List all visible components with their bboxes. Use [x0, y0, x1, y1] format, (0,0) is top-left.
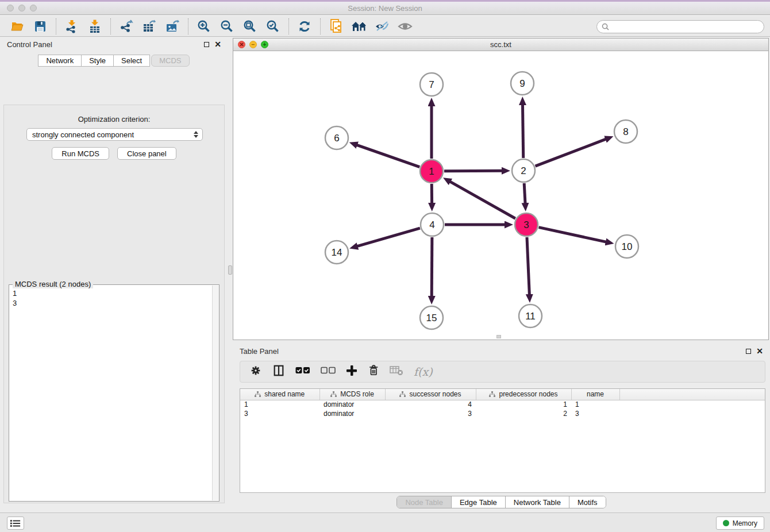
- graph-node-label: 9: [519, 78, 525, 89]
- zoom-fit-icon[interactable]: [241, 18, 259, 35]
- close-table-panel-icon[interactable]: ✕: [756, 348, 763, 354]
- float-panel-icon[interactable]: [204, 42, 209, 47]
- graph-node-label: 1: [429, 166, 434, 177]
- graph-edge-4-15[interactable]: [432, 237, 432, 296]
- graph-edge-3-1[interactable]: [450, 182, 515, 218]
- graph-edge-2-3[interactable]: [524, 183, 525, 203]
- export-image-icon[interactable]: [163, 18, 182, 35]
- column-header-mcds-role[interactable]: MCDS role: [319, 389, 385, 400]
- result-scrollbar[interactable]: [212, 286, 219, 500]
- float-table-panel-icon[interactable]: [746, 349, 751, 354]
- column-header-predecessor-nodes[interactable]: predecessor nodes: [476, 389, 571, 400]
- minimize-network-icon[interactable]: −: [249, 41, 257, 48]
- toolbar-separator: [110, 18, 111, 34]
- table-panel: Table Panel ✕: [233, 345, 770, 510]
- close-network-icon[interactable]: ✕: [238, 41, 245, 48]
- table-tabs: Node Table Edge Table Network Table Moti…: [233, 496, 770, 508]
- window-titlebar: Session: New Session: [0, 0, 770, 15]
- mcds-result-box: MCDS result (2 nodes) 1 3: [9, 284, 220, 502]
- column-type-icon: [399, 391, 406, 398]
- network-resize-grip[interactable]: [496, 335, 501, 338]
- show-columns-icon[interactable]: [272, 364, 285, 379]
- column-header-shared-name[interactable]: shared name: [240, 389, 319, 400]
- graph-node-label: 8: [623, 126, 628, 137]
- column-header-filler: [619, 389, 765, 400]
- list-icon: [10, 519, 21, 527]
- network-graph[interactable]: 1234678910111415: [233, 51, 768, 340]
- network-window-title: scc.txt: [490, 40, 511, 49]
- tab-mcds[interactable]: MCDS: [151, 55, 189, 67]
- tab-motifs[interactable]: Motifs: [569, 496, 606, 508]
- column-type-icon: [255, 391, 261, 398]
- maximize-network-icon[interactable]: +: [261, 41, 268, 48]
- tab-network[interactable]: Network: [38, 55, 82, 67]
- memory-button[interactable]: Memory: [716, 516, 764, 530]
- search-box[interactable]: [596, 20, 764, 33]
- graph-edge-4-14[interactable]: [357, 228, 420, 246]
- status-bar: Memory: [0, 512, 770, 532]
- network-window-titlebar[interactable]: ✕ − + scc.txt: [233, 38, 768, 51]
- zoom-out-icon[interactable]: [218, 18, 236, 35]
- tab-select[interactable]: Select: [113, 55, 150, 67]
- close-panel-icon[interactable]: ✕: [214, 41, 221, 47]
- memory-status-icon: [723, 520, 729, 526]
- graph-edge-2-9[interactable]: [522, 105, 523, 158]
- optimization-criterion-dropdown[interactable]: strongly connected component: [26, 128, 203, 141]
- graph-edge-2-8[interactable]: [536, 139, 606, 166]
- show-panels-list-button[interactable]: [7, 516, 24, 530]
- graph-node-label: 6: [334, 133, 339, 144]
- run-mcds-button[interactable]: Run MCDS: [52, 147, 109, 160]
- search-input[interactable]: [612, 22, 759, 31]
- toolbar-separator: [288, 18, 289, 34]
- column-header-successor-nodes[interactable]: successor nodes: [385, 389, 476, 400]
- open-session-icon[interactable]: [8, 18, 26, 35]
- import-table-from-file-icon[interactable]: [86, 18, 104, 35]
- split-pane-grip[interactable]: [228, 265, 232, 275]
- select-all-columns-icon[interactable]: [295, 367, 310, 377]
- deselect-all-columns-icon[interactable]: [321, 367, 336, 377]
- zoom-in-icon[interactable]: [195, 18, 213, 35]
- mcds-result-list: 1 3: [13, 288, 17, 308]
- tab-network-table[interactable]: Network Table: [505, 496, 569, 508]
- toolbar-separator: [56, 18, 56, 34]
- save-session-icon[interactable]: [31, 18, 49, 35]
- network-view-window: ✕ − + scc.txt 1234678910111415: [233, 38, 769, 340]
- table-row[interactable]: 3dominator323: [240, 409, 765, 418]
- export-table-icon[interactable]: [140, 18, 159, 35]
- export-network-icon[interactable]: [117, 18, 136, 35]
- graph-edge-1-2[interactable]: [444, 171, 502, 171]
- application-window: Session: New Session: [0, 0, 770, 532]
- zoom-selected-icon[interactable]: [264, 18, 282, 35]
- hide-glasses-icon[interactable]: [373, 18, 391, 35]
- tab-node-table[interactable]: Node Table: [397, 496, 451, 508]
- refresh-network-icon[interactable]: [295, 18, 314, 35]
- graph-edge-3-11[interactable]: [527, 237, 529, 295]
- delete-column-icon[interactable]: [368, 364, 379, 379]
- graph-edge-1-6[interactable]: [357, 145, 419, 167]
- table-header-row: shared name MCDS role successor nodes pr…: [240, 389, 765, 400]
- control-panel-title: Control Panel: [7, 40, 52, 49]
- graph-edge-3-10[interactable]: [538, 228, 606, 242]
- close-panel-button[interactable]: Close panel: [117, 147, 176, 160]
- mcds-result-item: 1: [13, 288, 17, 298]
- table-row[interactable]: 1dominator411: [240, 400, 765, 409]
- create-column-icon[interactable]: [346, 365, 357, 379]
- mcds-result-legend: MCDS result (2 nodes): [13, 280, 93, 288]
- table-settings-gear-icon[interactable]: [249, 364, 262, 379]
- tab-edge-table[interactable]: Edge Table: [451, 496, 505, 508]
- graph-node-label: 7: [429, 79, 434, 90]
- network-from-file-icon[interactable]: [327, 18, 345, 35]
- node-table-body: 1dominator4113dominator323: [240, 400, 765, 418]
- toolbar-separator: [320, 18, 321, 34]
- tab-style[interactable]: Style: [81, 55, 114, 67]
- node-table: shared name MCDS role successor nodes pr…: [240, 388, 765, 493]
- graph-node-label: 4: [429, 219, 434, 230]
- dropdown-stepper-icon: [194, 131, 198, 138]
- column-header-name[interactable]: name: [571, 389, 619, 400]
- home-icon[interactable]: [350, 18, 368, 35]
- mcds-result-item: 3: [13, 298, 17, 308]
- import-network-from-file-icon[interactable]: [63, 18, 81, 35]
- column-type-icon: [489, 391, 495, 398]
- graph-node-label: 11: [525, 311, 536, 322]
- show-eye-icon[interactable]: [396, 18, 414, 35]
